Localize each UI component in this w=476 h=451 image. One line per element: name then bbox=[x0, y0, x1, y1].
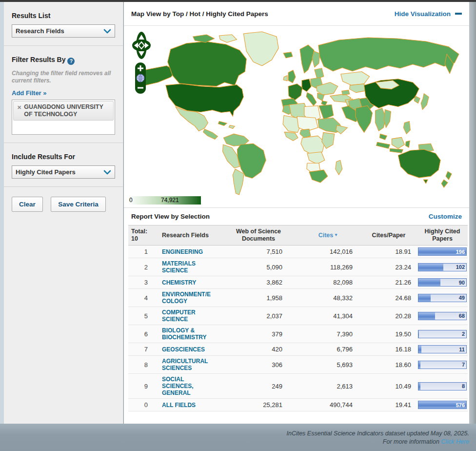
column-header-research-fields[interactable]: Research Fields bbox=[156, 226, 222, 246]
map-country[interactable] bbox=[166, 84, 244, 117]
map-country[interactable] bbox=[421, 94, 429, 110]
results-list-select[interactable]: Research Fields bbox=[12, 24, 115, 38]
hide-visualization-link[interactable]: Hide Visualization bbox=[395, 10, 462, 18]
docs-cell: 25,281 bbox=[222, 399, 295, 411]
field-cell: BIOLOGY & BIOCHEMISTRY bbox=[156, 325, 222, 343]
map-country[interactable] bbox=[398, 149, 440, 178]
map-country[interactable] bbox=[356, 106, 373, 133]
map-country[interactable] bbox=[306, 93, 317, 106]
column-header-cites-per-paper[interactable]: Cites/Paper bbox=[360, 226, 417, 246]
map-country[interactable] bbox=[380, 134, 387, 140]
docs-cell: 1,958 bbox=[222, 289, 295, 307]
map-country[interactable] bbox=[342, 90, 350, 95]
map-country[interactable] bbox=[403, 121, 410, 134]
rank-cell: 2 bbox=[128, 258, 156, 276]
map-country[interactable] bbox=[319, 105, 334, 120]
add-filter-link[interactable]: Add Filter » bbox=[12, 89, 47, 97]
map-country[interactable] bbox=[441, 180, 448, 187]
map-country[interactable] bbox=[300, 45, 314, 73]
legend-min: 0 bbox=[129, 197, 133, 204]
field-link[interactable]: CHEMISTRY bbox=[162, 279, 213, 286]
field-link[interactable]: MATERIALS SCIENCE bbox=[162, 260, 213, 274]
map-country[interactable] bbox=[218, 121, 227, 125]
map-country[interactable] bbox=[168, 41, 247, 86]
table-row: 9SOCIAL SCIENCES, GENERAL2492,61310.498 bbox=[128, 374, 468, 399]
field-link[interactable]: BIOLOGY & BIOCHEMISTRY bbox=[162, 327, 213, 341]
map-country[interactable] bbox=[229, 125, 235, 128]
field-link[interactable]: ENVIRONMENT/ECOLOGY bbox=[162, 291, 213, 305]
filter-tag: ✕ GUANGDONG UNIVERSITY OF TECHNOLOGY bbox=[13, 101, 114, 121]
save-criteria-button[interactable]: Save Criteria bbox=[51, 197, 106, 212]
map-country[interactable] bbox=[341, 72, 370, 85]
column-header-wos-documents[interactable]: Web of Science Documents bbox=[222, 226, 295, 246]
docs-cell: 3,862 bbox=[222, 276, 295, 289]
map-country[interactable] bbox=[405, 141, 410, 147]
docs-cell: 7,510 bbox=[222, 246, 295, 258]
map-country[interactable] bbox=[219, 35, 237, 42]
include-results-select[interactable]: Highly Cited Papers bbox=[12, 165, 115, 179]
column-header-highly-cited-papers[interactable]: Highly Cited Papers bbox=[417, 226, 468, 246]
table-row: 6BIOLOGY & BIOCHEMISTRY3797,39019.502 bbox=[128, 325, 468, 343]
map-country[interactable] bbox=[423, 180, 428, 184]
map-country[interactable] bbox=[392, 137, 404, 148]
field-link[interactable]: COMPUTER SCIENCE bbox=[162, 309, 213, 323]
field-link[interactable]: AGRICULTURAL SCIENCES bbox=[162, 358, 213, 371]
hcp-cell: 49 bbox=[417, 289, 468, 307]
map-country[interactable] bbox=[297, 116, 318, 131]
results-list-section: Results List Research Fields bbox=[4, 2, 123, 46]
results-list-selected-value: Research Fields bbox=[16, 27, 64, 35]
remove-filter-icon[interactable]: ✕ bbox=[17, 104, 21, 111]
map-country[interactable] bbox=[283, 52, 293, 58]
column-header-cites[interactable]: Cites ▾ bbox=[295, 226, 360, 246]
map-country[interactable] bbox=[300, 129, 311, 138]
field-link[interactable]: ALL FIELDS bbox=[162, 402, 213, 409]
help-icon[interactable]: ? bbox=[67, 58, 75, 65]
hcp-bar-fill bbox=[418, 294, 431, 302]
rank-cell: 9 bbox=[128, 374, 156, 399]
map-country[interactable] bbox=[222, 144, 239, 168]
map-country[interactable] bbox=[288, 84, 302, 101]
map-zoom-control[interactable] bbox=[135, 62, 146, 94]
map-country[interactable] bbox=[243, 32, 278, 66]
hcp-bar-value: 90 bbox=[459, 280, 465, 286]
map-country[interactable] bbox=[284, 132, 298, 141]
hcp-cell: 2 bbox=[417, 325, 468, 343]
field-link[interactable]: GEOSCIENCES bbox=[162, 346, 213, 353]
map-country[interactable] bbox=[318, 38, 459, 71]
hcp-bar-fill bbox=[418, 346, 421, 353]
map-country[interactable] bbox=[312, 51, 320, 67]
map-country[interactable] bbox=[384, 110, 391, 128]
clear-button[interactable]: Clear bbox=[12, 197, 43, 212]
chevron-down-icon bbox=[103, 170, 111, 175]
cites-cell: 6,796 bbox=[295, 343, 360, 356]
table-row: 1ENGINEERING7,510142,01618.91196 bbox=[128, 246, 468, 258]
field-link[interactable]: SOCIAL SCIENCES, GENERAL bbox=[162, 376, 213, 396]
field-link[interactable]: ENGINEERING bbox=[162, 248, 213, 255]
map-country[interactable] bbox=[307, 152, 325, 164]
field-cell: GEOSCIENCES bbox=[156, 343, 222, 356]
world-map[interactable] bbox=[124, 29, 469, 197]
map-country[interactable] bbox=[390, 148, 403, 153]
map-country[interactable] bbox=[203, 129, 218, 139]
map-country[interactable] bbox=[309, 170, 328, 183]
click-here-link[interactable]: Click Here bbox=[441, 438, 469, 445]
customize-link[interactable]: Customize bbox=[429, 213, 462, 220]
map-country[interactable] bbox=[315, 68, 324, 79]
footer-line2-text: For more information bbox=[383, 438, 441, 445]
cites-per-paper-cell: 21.26 bbox=[360, 276, 417, 289]
map-country[interactable] bbox=[283, 76, 287, 81]
total-label: Total: bbox=[131, 228, 147, 235]
map-country[interactable] bbox=[414, 96, 420, 103]
map-country[interactable] bbox=[302, 79, 311, 92]
map-country[interactable] bbox=[233, 169, 244, 195]
map-country[interactable] bbox=[288, 70, 296, 83]
map-country[interactable] bbox=[336, 160, 342, 175]
map-country[interactable] bbox=[446, 171, 452, 180]
map-panel-header: Map View by Top / Hot / Highly Cited Pap… bbox=[124, 2, 469, 26]
hcp-bar-value: 102 bbox=[456, 264, 465, 270]
map-pan-control[interactable] bbox=[132, 31, 152, 61]
cites-per-paper-cell: 19.50 bbox=[360, 325, 417, 343]
map-country[interactable] bbox=[193, 35, 215, 42]
map-country[interactable] bbox=[336, 125, 348, 134]
map-country[interactable] bbox=[377, 142, 390, 148]
